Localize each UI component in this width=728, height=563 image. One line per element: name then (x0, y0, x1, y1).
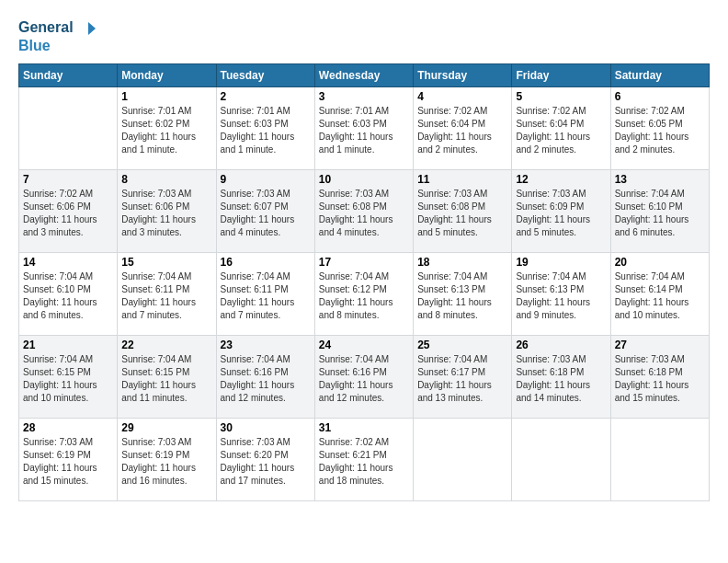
day-number: 26 (516, 339, 606, 351)
svg-marker-1 (88, 22, 96, 35)
day-number: 15 (121, 256, 211, 269)
day-number: 24 (319, 339, 409, 351)
calendar-cell: 15Sunrise: 7:04 AMSunset: 6:11 PMDayligh… (118, 252, 216, 335)
calendar-cell: 2Sunrise: 7:01 AMSunset: 6:03 PMDaylight… (216, 86, 314, 169)
day-number: 29 (121, 421, 211, 434)
day-info: Sunrise: 7:04 AMSunset: 6:15 PMDaylight:… (121, 353, 211, 405)
calendar-cell (19, 86, 118, 169)
day-info: Sunrise: 7:01 AMSunset: 6:02 PMDaylight:… (121, 105, 211, 156)
day-of-week-header: Wednesday (314, 63, 413, 86)
day-of-week-header: Thursday (414, 63, 512, 86)
calendar-cell: 23Sunrise: 7:04 AMSunset: 6:16 PMDayligh… (216, 335, 314, 418)
calendar-header-row: SundayMondayTuesdayWednesdayThursdayFrid… (19, 63, 710, 86)
day-info: Sunrise: 7:04 AMSunset: 6:11 PMDaylight:… (121, 270, 211, 322)
calendar-cell: 6Sunrise: 7:02 AMSunset: 6:05 PMDaylight… (610, 86, 709, 169)
day-info: Sunrise: 7:04 AMSunset: 6:11 PMDaylight:… (221, 270, 311, 322)
calendar-cell: 24Sunrise: 7:04 AMSunset: 6:16 PMDayligh… (314, 335, 413, 418)
day-info: Sunrise: 7:03 AMSunset: 6:08 PMDaylight:… (417, 188, 507, 239)
calendar-week-row: 28Sunrise: 7:03 AMSunset: 6:19 PMDayligh… (19, 418, 710, 500)
day-of-week-header: Tuesday (216, 63, 314, 86)
calendar-table: SundayMondayTuesdayWednesdayThursdayFrid… (18, 63, 710, 501)
day-info: Sunrise: 7:04 AMSunset: 6:10 PMDaylight:… (23, 270, 113, 322)
day-info: Sunrise: 7:02 AMSunset: 6:21 PMDaylight:… (319, 436, 409, 488)
day-info: Sunrise: 7:04 AMSunset: 6:10 PMDaylight:… (615, 188, 705, 239)
day-number: 28 (23, 421, 113, 434)
day-info: Sunrise: 7:03 AMSunset: 6:18 PMDaylight:… (615, 353, 705, 405)
day-number: 14 (23, 256, 113, 269)
calendar-cell: 22Sunrise: 7:04 AMSunset: 6:15 PMDayligh… (118, 335, 216, 418)
day-of-week-header: Sunday (19, 63, 118, 86)
calendar-cell: 10Sunrise: 7:03 AMSunset: 6:08 PMDayligh… (314, 169, 413, 252)
day-info: Sunrise: 7:04 AMSunset: 6:17 PMDaylight:… (417, 353, 507, 405)
logo-arrow-icon (79, 20, 96, 37)
day-info: Sunrise: 7:03 AMSunset: 6:19 PMDaylight:… (121, 436, 211, 488)
day-of-week-header: Saturday (610, 63, 709, 86)
calendar-cell: 9Sunrise: 7:03 AMSunset: 6:07 PMDaylight… (216, 169, 314, 252)
day-number: 2 (221, 90, 311, 103)
day-info: Sunrise: 7:03 AMSunset: 6:08 PMDaylight:… (319, 188, 409, 239)
calendar-cell: 5Sunrise: 7:02 AMSunset: 6:04 PMDaylight… (512, 86, 610, 169)
logo-general: General (18, 19, 74, 35)
day-number: 27 (615, 339, 705, 351)
day-info: Sunrise: 7:04 AMSunset: 6:16 PMDaylight:… (221, 353, 311, 405)
day-number: 13 (615, 173, 705, 186)
calendar-cell: 28Sunrise: 7:03 AMSunset: 6:19 PMDayligh… (19, 418, 118, 500)
day-info: Sunrise: 7:03 AMSunset: 6:18 PMDaylight:… (516, 353, 606, 405)
calendar-cell: 21Sunrise: 7:04 AMSunset: 6:15 PMDayligh… (19, 335, 118, 418)
calendar-week-row: 14Sunrise: 7:04 AMSunset: 6:10 PMDayligh… (19, 252, 710, 335)
day-info: Sunrise: 7:04 AMSunset: 6:13 PMDaylight:… (417, 270, 507, 322)
day-number: 8 (121, 173, 211, 186)
day-info: Sunrise: 7:04 AMSunset: 6:14 PMDaylight:… (615, 270, 705, 322)
day-info: Sunrise: 7:02 AMSunset: 6:05 PMDaylight:… (615, 105, 705, 156)
day-number: 22 (121, 339, 211, 351)
day-number: 17 (319, 256, 409, 269)
calendar-cell: 26Sunrise: 7:03 AMSunset: 6:18 PMDayligh… (512, 335, 610, 418)
calendar-cell: 27Sunrise: 7:03 AMSunset: 6:18 PMDayligh… (610, 335, 709, 418)
day-number: 1 (121, 90, 211, 103)
calendar-cell: 18Sunrise: 7:04 AMSunset: 6:13 PMDayligh… (414, 252, 512, 335)
day-number: 18 (417, 256, 507, 269)
day-info: Sunrise: 7:04 AMSunset: 6:13 PMDaylight:… (516, 270, 606, 322)
day-info: Sunrise: 7:02 AMSunset: 6:04 PMDaylight:… (516, 105, 606, 156)
day-number: 20 (615, 256, 705, 269)
day-number: 30 (221, 421, 311, 434)
calendar-cell: 25Sunrise: 7:04 AMSunset: 6:17 PMDayligh… (414, 335, 512, 418)
day-of-week-header: Friday (512, 63, 610, 86)
day-number: 7 (23, 173, 113, 186)
day-info: Sunrise: 7:04 AMSunset: 6:12 PMDaylight:… (319, 270, 409, 322)
calendar-cell: 4Sunrise: 7:02 AMSunset: 6:04 PMDaylight… (414, 86, 512, 169)
calendar-cell: 30Sunrise: 7:03 AMSunset: 6:20 PMDayligh… (216, 418, 314, 500)
calendar-cell: 1Sunrise: 7:01 AMSunset: 6:02 PMDaylight… (118, 86, 216, 169)
calendar-cell: 19Sunrise: 7:04 AMSunset: 6:13 PMDayligh… (512, 252, 610, 335)
day-number: 12 (516, 173, 606, 186)
day-number: 19 (516, 256, 606, 269)
calendar-week-row: 21Sunrise: 7:04 AMSunset: 6:15 PMDayligh… (19, 335, 710, 418)
day-number: 3 (319, 90, 409, 103)
calendar-week-row: 1Sunrise: 7:01 AMSunset: 6:02 PMDaylight… (19, 86, 710, 169)
day-info: Sunrise: 7:03 AMSunset: 6:20 PMDaylight:… (221, 436, 311, 488)
day-of-week-header: Monday (118, 63, 216, 86)
day-number: 5 (516, 90, 606, 103)
day-number: 10 (319, 173, 409, 186)
day-number: 25 (417, 339, 507, 351)
calendar-cell: 7Sunrise: 7:02 AMSunset: 6:06 PMDaylight… (19, 169, 118, 252)
calendar-cell: 16Sunrise: 7:04 AMSunset: 6:11 PMDayligh… (216, 252, 314, 335)
calendar-cell: 3Sunrise: 7:01 AMSunset: 6:03 PMDaylight… (314, 86, 413, 169)
day-number: 11 (417, 173, 507, 186)
day-number: 31 (319, 421, 409, 434)
day-number: 9 (221, 173, 311, 186)
calendar-cell (414, 418, 512, 500)
logo-blue: Blue (18, 38, 51, 53)
day-number: 23 (221, 339, 311, 351)
day-info: Sunrise: 7:03 AMSunset: 6:19 PMDaylight:… (23, 436, 113, 488)
day-number: 21 (23, 339, 113, 351)
day-info: Sunrise: 7:01 AMSunset: 6:03 PMDaylight:… (221, 105, 311, 156)
calendar-cell: 11Sunrise: 7:03 AMSunset: 6:08 PMDayligh… (414, 169, 512, 252)
logo: General Blue (18, 18, 96, 54)
calendar-cell: 8Sunrise: 7:03 AMSunset: 6:06 PMDaylight… (118, 169, 216, 252)
calendar-cell: 17Sunrise: 7:04 AMSunset: 6:12 PMDayligh… (314, 252, 413, 335)
calendar-cell (512, 418, 610, 500)
calendar-cell: 13Sunrise: 7:04 AMSunset: 6:10 PMDayligh… (610, 169, 709, 252)
day-info: Sunrise: 7:04 AMSunset: 6:16 PMDaylight:… (319, 353, 409, 405)
day-number: 16 (221, 256, 311, 269)
